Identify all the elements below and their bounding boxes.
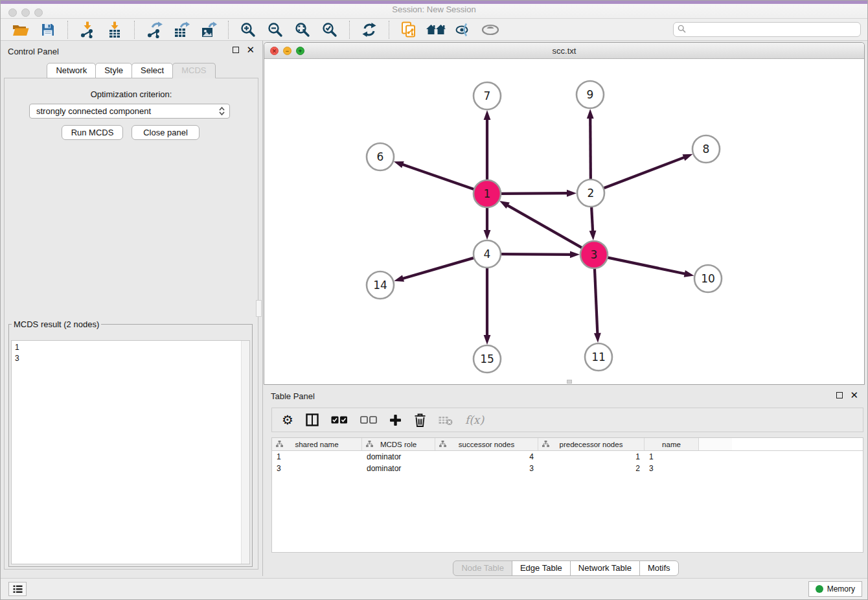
zoom-fit-icon[interactable] (292, 20, 313, 40)
tab-motifs[interactable]: Motifs (639, 560, 679, 576)
panel-splitter-grip[interactable] (256, 300, 262, 317)
arrowhead (683, 154, 693, 161)
search-box[interactable] (673, 22, 861, 37)
edge-2-3[interactable] (591, 207, 593, 233)
table-cell[interactable]: 3 (645, 464, 699, 474)
edge-3-1[interactable] (507, 205, 582, 248)
toolbar-separator (134, 21, 135, 39)
control-panel: Control Panel ✕ NetworkStyleSelectMCDS O… (1, 41, 263, 576)
table-cell[interactable]: 3 (435, 464, 538, 474)
search-input[interactable] (689, 25, 856, 35)
result-scrollbar[interactable] (241, 341, 249, 564)
import-network-icon[interactable] (77, 20, 98, 40)
zoom-selected-icon[interactable] (319, 20, 340, 40)
network-scrollbar-grip[interactable] (567, 380, 572, 384)
edge-2-8[interactable] (604, 157, 686, 188)
home-layout-icon[interactable] (426, 20, 446, 40)
table-cell[interactable]: 1 (272, 452, 362, 463)
refresh-layout-icon[interactable] (359, 20, 380, 40)
network-graph[interactable]: 1234678910111415 (264, 60, 864, 384)
clone-network-icon[interactable] (398, 20, 419, 40)
table-cell[interactable]: 1 (645, 452, 699, 463)
delete-table-icon-disabled (439, 415, 453, 426)
column-header-MCDS-role[interactable]: MCDS role (362, 438, 435, 450)
memory-button[interactable]: Memory (808, 581, 862, 597)
tab-node-table[interactable]: Node Table (453, 560, 512, 576)
arrowhead (594, 333, 601, 343)
edge-3-11[interactable] (595, 268, 598, 335)
node-table[interactable]: shared nameMCDS rolesuccessor nodesprede… (271, 437, 863, 553)
table-cell[interactable]: 4 (435, 452, 538, 463)
edge-3-10[interactable] (608, 257, 687, 274)
add-column-icon[interactable] (389, 414, 402, 426)
delete-column-trash-icon[interactable] (414, 413, 426, 427)
edge-1-6[interactable] (401, 164, 474, 189)
deselect-all-icon[interactable] (360, 416, 377, 424)
mcds-result-list[interactable]: 13 (11, 340, 250, 564)
table-cell[interactable]: 3 (272, 464, 362, 474)
table-cell[interactable]: 2 (538, 464, 645, 474)
network-canvas[interactable]: 1234678910111415 (264, 60, 864, 384)
dropdown-stepper-icon (218, 106, 225, 116)
export-network-icon[interactable] (144, 20, 165, 40)
zoom-out-icon[interactable] (265, 20, 286, 40)
edge-2-9[interactable] (590, 117, 591, 179)
main-toolbar (1, 19, 867, 41)
node-label-15: 15 (480, 352, 494, 365)
table-panel: Table Panel ✕ ⚙ f(x) (264, 389, 868, 579)
tab-network[interactable]: Network (47, 63, 96, 78)
column-type-icon (542, 441, 549, 449)
node-label-14: 14 (373, 279, 387, 292)
table-row[interactable]: 3dominator323 (272, 464, 863, 474)
zoom-in-icon[interactable] (238, 20, 258, 40)
arrowhead (499, 201, 510, 209)
table-cell[interactable]: dominator (362, 452, 435, 463)
hide-panel-eye-slash-icon[interactable] (453, 20, 474, 40)
close-panel-button[interactable]: Close panel (131, 125, 200, 140)
tab-select[interactable]: Select (131, 63, 173, 78)
save-icon[interactable] (38, 20, 58, 40)
network-window-titlebar[interactable]: ✕ − + scc.txt (264, 43, 864, 59)
arrowhead (570, 251, 580, 258)
node-label-10: 10 (701, 272, 715, 285)
accent-strip (1, 1, 867, 4)
control-panel-tabs: NetworkStyleSelectMCDS (1, 63, 262, 78)
settings-gear-icon[interactable]: ⚙ (282, 412, 293, 428)
mcds-result-group: MCDS result (2 nodes) 13 (8, 319, 253, 567)
show-panel-eye-icon[interactable] (480, 20, 501, 40)
float-table-panel-icon[interactable] (836, 392, 843, 398)
close-panel-icon[interactable]: ✕ (246, 47, 255, 53)
table-row[interactable]: 1dominator411 (272, 452, 863, 463)
task-history-button[interactable] (8, 582, 27, 596)
float-panel-icon[interactable] (233, 47, 239, 53)
criterion-dropdown[interactable]: strongly connected component (29, 104, 230, 119)
open-folder-icon[interactable] (10, 20, 31, 40)
close-table-panel-icon[interactable]: ✕ (850, 392, 858, 398)
run-mcds-button[interactable]: Run MCDS (62, 125, 123, 140)
tab-network-table[interactable]: Network Table (570, 560, 640, 576)
export-table-icon[interactable] (171, 20, 192, 40)
tab-mcds[interactable]: MCDS (172, 63, 215, 78)
column-layout-icon[interactable] (306, 413, 319, 426)
tab-style[interactable]: Style (95, 63, 132, 78)
arrowhead (484, 110, 491, 120)
table-tabs: Node TableEdge TableNetwork TableMotifs (264, 560, 868, 576)
column-header-shared-name[interactable]: shared name (272, 438, 362, 450)
edge-1-2[interactable] (501, 193, 569, 194)
table-cell[interactable]: 1 (538, 452, 645, 463)
column-header-successor-nodes[interactable]: successor nodes (435, 438, 538, 450)
table-cell[interactable]: dominator (362, 464, 435, 474)
column-header-name[interactable]: name (645, 438, 699, 450)
column-header-predecessor-nodes[interactable]: predecessor nodes (538, 438, 645, 450)
node-label-11: 11 (591, 351, 606, 363)
select-all-checked-icon[interactable] (331, 416, 348, 424)
node-label-7: 7 (484, 89, 491, 102)
arrowhead (394, 161, 404, 168)
arrowhead (394, 275, 404, 281)
edge-4-3[interactable] (501, 254, 572, 255)
edge-4-14[interactable] (402, 258, 474, 279)
node-label-3: 3 (591, 248, 598, 261)
import-table-icon[interactable] (104, 20, 125, 40)
export-image-icon[interactable] (198, 20, 219, 40)
tab-edge-table[interactable]: Edge Table (512, 560, 571, 576)
